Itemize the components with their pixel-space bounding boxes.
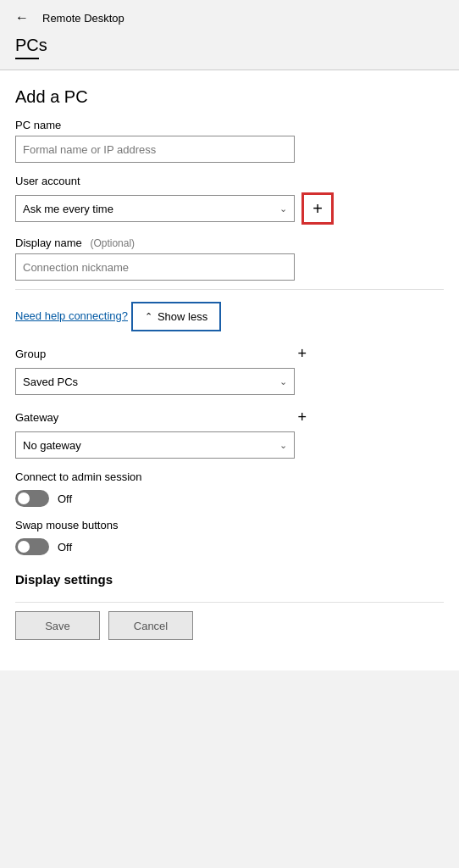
chevron-up-icon: ⌃	[145, 311, 152, 322]
toggle-knob-2	[18, 541, 30, 553]
show-less-label: Show less	[158, 310, 207, 323]
user-account-value: Ask me every time	[23, 203, 113, 215]
group-value: Saved PCs	[23, 376, 78, 388]
display-name-label: Display name (Optional)	[15, 236, 444, 249]
add-group-button[interactable]: +	[294, 345, 310, 363]
group-chevron-icon: ⌄	[279, 376, 287, 387]
button-row: Save Cancel	[15, 611, 444, 657]
gateway-value: No gateway	[23, 439, 81, 452]
help-link[interactable]: Need help connecting?	[15, 309, 128, 322]
connect-admin-status: Off	[58, 492, 72, 505]
page-header: PCs	[0, 32, 459, 70]
group-label: Group	[15, 348, 46, 360]
divider-1	[15, 289, 444, 290]
app-title: Remote Desktop	[42, 12, 124, 25]
divider-2	[15, 602, 444, 603]
user-account-row: Ask me every time ⌄ +	[15, 192, 444, 225]
show-less-button[interactable]: ⌃ Show less	[131, 302, 221, 331]
swap-mouse-status: Off	[58, 541, 72, 554]
back-button[interactable]: ←	[12, 8, 32, 27]
swap-mouse-toggle-row: Off	[15, 538, 444, 555]
add-user-icon: +	[312, 199, 323, 219]
gateway-label: Gateway	[15, 411, 58, 424]
user-account-chevron-icon: ⌄	[279, 203, 287, 214]
user-account-label: User account	[15, 175, 444, 187]
page-title: PCs	[15, 36, 444, 55]
connect-admin-toggle-row: Off	[15, 490, 444, 507]
group-dropdown[interactable]: Saved PCs ⌄	[15, 368, 295, 395]
display-name-input[interactable]	[15, 253, 295, 281]
user-account-dropdown[interactable]: Ask me every time ⌄	[15, 195, 295, 222]
add-gateway-button[interactable]: +	[294, 409, 310, 426]
swap-mouse-toggle[interactable]	[15, 538, 49, 555]
page-title-underline	[15, 58, 39, 59]
swap-mouse-label: Swap mouse buttons	[15, 519, 444, 531]
gateway-dropdown[interactable]: No gateway ⌄	[15, 431, 295, 459]
toggle-knob	[18, 492, 30, 504]
save-button[interactable]: Save	[15, 611, 100, 640]
form-content: Add a PC PC name User account Ask me eve…	[0, 70, 459, 670]
connect-admin-toggle[interactable]	[15, 490, 49, 507]
display-settings-title: Display settings	[15, 572, 444, 587]
pc-name-input[interactable]	[15, 136, 295, 163]
connect-admin-label: Connect to admin session	[15, 470, 444, 483]
pc-name-label: PC name	[15, 119, 444, 131]
add-user-button[interactable]: +	[301, 192, 334, 225]
group-section-row: Group +	[15, 345, 310, 363]
gateway-section-row: Gateway +	[15, 409, 310, 426]
display-name-optional: (Optional)	[90, 237, 135, 249]
section-title: Add a PC	[15, 87, 444, 107]
cancel-button[interactable]: Cancel	[108, 611, 193, 640]
gateway-chevron-icon: ⌄	[279, 440, 287, 451]
title-bar: ← Remote Desktop	[0, 0, 459, 32]
